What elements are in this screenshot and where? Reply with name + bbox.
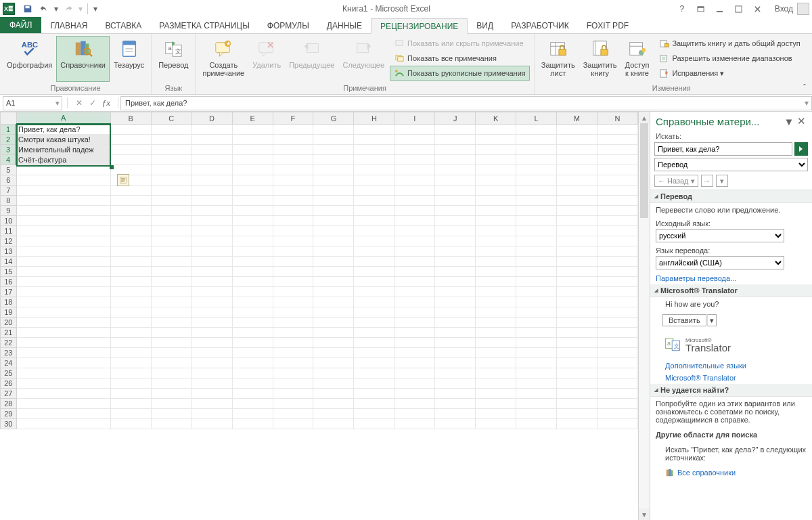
cell[interactable] bbox=[597, 328, 637, 338]
save-button[interactable] bbox=[20, 1, 35, 16]
cell[interactable]: Смотри какая штука! bbox=[16, 135, 110, 145]
prev-comment-button[interactable]: Предыдущее bbox=[285, 36, 338, 82]
cell[interactable] bbox=[354, 216, 394, 226]
cell[interactable] bbox=[556, 399, 597, 409]
cell[interactable] bbox=[16, 419, 110, 429]
cell[interactable] bbox=[313, 175, 354, 186]
user-avatar-icon[interactable] bbox=[797, 3, 809, 15]
cell[interactable] bbox=[597, 419, 637, 429]
cell[interactable] bbox=[191, 287, 232, 297]
confirm-edit-button[interactable]: ✓ bbox=[86, 96, 99, 110]
row-header[interactable]: 5 bbox=[1, 165, 17, 175]
row-header[interactable]: 2 bbox=[1, 135, 17, 145]
row-header[interactable]: 10 bbox=[1, 216, 17, 226]
cell[interactable] bbox=[110, 226, 151, 236]
cell[interactable] bbox=[476, 145, 516, 155]
cell[interactable] bbox=[313, 409, 354, 419]
cell[interactable] bbox=[16, 175, 110, 186]
cell[interactable] bbox=[435, 318, 476, 328]
cell[interactable] bbox=[476, 297, 516, 307]
pane-close-button[interactable]: ✕ bbox=[796, 116, 807, 127]
cell[interactable] bbox=[273, 206, 313, 216]
cell[interactable] bbox=[16, 287, 110, 297]
cell[interactable] bbox=[597, 409, 637, 419]
cell[interactable] bbox=[354, 155, 394, 165]
close-button[interactable] bbox=[749, 1, 767, 16]
cell[interactable] bbox=[516, 155, 557, 165]
column-header[interactable]: M bbox=[556, 112, 597, 125]
cell[interactable] bbox=[354, 257, 394, 267]
cell[interactable] bbox=[313, 318, 354, 328]
cell[interactable] bbox=[151, 378, 191, 389]
cell[interactable] bbox=[16, 297, 110, 307]
cell[interactable] bbox=[476, 419, 516, 429]
cell[interactable] bbox=[516, 267, 557, 277]
cell[interactable] bbox=[151, 287, 191, 297]
cell[interactable] bbox=[435, 226, 476, 236]
row-header[interactable]: 22 bbox=[1, 338, 17, 348]
cell[interactable] bbox=[16, 307, 110, 318]
source-lang-select[interactable]: русский bbox=[656, 229, 784, 242]
cell[interactable] bbox=[151, 236, 191, 246]
cell[interactable] bbox=[435, 175, 476, 186]
cell[interactable] bbox=[435, 368, 476, 378]
cell[interactable] bbox=[273, 338, 313, 348]
cell[interactable] bbox=[313, 145, 354, 155]
cell[interactable] bbox=[394, 186, 435, 196]
row-header[interactable]: 12 bbox=[1, 236, 17, 246]
cell[interactable] bbox=[556, 297, 597, 307]
cell[interactable] bbox=[16, 165, 110, 175]
row-header[interactable]: 14 bbox=[1, 257, 17, 267]
cell[interactable] bbox=[232, 125, 273, 135]
cell[interactable] bbox=[151, 206, 191, 216]
cell[interactable] bbox=[394, 155, 435, 165]
cell[interactable] bbox=[354, 236, 394, 246]
cell[interactable] bbox=[151, 257, 191, 267]
cell[interactable] bbox=[273, 186, 313, 196]
cell[interactable] bbox=[232, 297, 273, 307]
cell[interactable] bbox=[354, 267, 394, 277]
cell[interactable] bbox=[232, 257, 273, 267]
cell[interactable] bbox=[110, 328, 151, 338]
cell[interactable] bbox=[151, 277, 191, 287]
cell[interactable] bbox=[16, 196, 110, 206]
cell[interactable] bbox=[191, 175, 232, 186]
cell[interactable] bbox=[597, 267, 637, 277]
cell[interactable] bbox=[273, 175, 313, 186]
track-changes-button[interactable]: Исправления ▾ bbox=[654, 66, 804, 81]
cell[interactable] bbox=[313, 257, 354, 267]
cell[interactable] bbox=[476, 348, 516, 358]
row-header[interactable]: 16 bbox=[1, 277, 17, 287]
row-header[interactable]: 29 bbox=[1, 409, 17, 419]
cell[interactable] bbox=[597, 389, 637, 399]
tab-file[interactable]: ФАЙЛ bbox=[0, 17, 41, 33]
cell[interactable] bbox=[191, 368, 232, 378]
row-header[interactable]: 7 bbox=[1, 186, 17, 196]
cell[interactable] bbox=[394, 287, 435, 297]
delete-comment-button[interactable]: Удалить bbox=[248, 36, 285, 82]
cell[interactable] bbox=[556, 246, 597, 257]
tab-developer[interactable]: РАЗРАБОТЧИК bbox=[502, 18, 578, 33]
column-header[interactable]: C bbox=[151, 112, 191, 125]
cell[interactable] bbox=[597, 196, 637, 206]
cell[interactable] bbox=[516, 328, 557, 338]
cell[interactable] bbox=[110, 236, 151, 246]
cell[interactable] bbox=[313, 165, 354, 175]
cell[interactable] bbox=[476, 328, 516, 338]
cell[interactable] bbox=[273, 155, 313, 165]
cell[interactable] bbox=[16, 257, 110, 267]
cell[interactable] bbox=[476, 135, 516, 145]
cell[interactable] bbox=[151, 175, 191, 186]
cell[interactable] bbox=[191, 125, 232, 135]
cell[interactable] bbox=[354, 338, 394, 348]
cell[interactable] bbox=[354, 307, 394, 318]
column-header[interactable]: F bbox=[273, 112, 313, 125]
cell[interactable] bbox=[232, 389, 273, 399]
cell[interactable] bbox=[516, 378, 557, 389]
cell[interactable] bbox=[273, 277, 313, 287]
cell[interactable] bbox=[435, 297, 476, 307]
cell[interactable] bbox=[597, 175, 637, 186]
cell[interactable] bbox=[16, 206, 110, 216]
cell[interactable] bbox=[232, 338, 273, 348]
cell[interactable] bbox=[597, 358, 637, 368]
